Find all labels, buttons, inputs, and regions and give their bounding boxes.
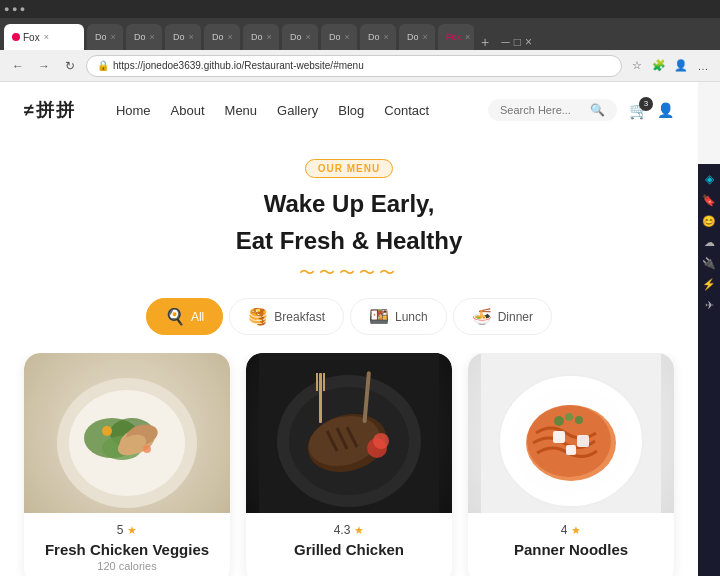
svg-point-32 xyxy=(554,416,564,426)
edge-tools-icon[interactable]: ⚡ xyxy=(700,275,718,293)
maximize-button[interactable]: □ xyxy=(514,35,521,49)
edge-cloud-icon[interactable]: ☁ xyxy=(700,233,718,251)
tab-inactive[interactable]: Do× xyxy=(87,24,123,50)
food-name-3: Panner Noodles xyxy=(482,541,660,558)
svg-point-34 xyxy=(575,416,583,424)
rating-value-1: 5 xyxy=(117,523,124,537)
nav-about[interactable]: About xyxy=(171,103,205,118)
rating-1: 5 ★ xyxy=(38,523,216,537)
tab-inactive[interactable]: Do× xyxy=(321,24,357,50)
new-tab-button[interactable]: + xyxy=(481,34,489,50)
filter-bar: 🍳 All 🥞 Breakfast 🍱 Lunch 🍜 Dinner xyxy=(0,298,698,335)
food-card-img-1 xyxy=(24,353,230,513)
svg-point-9 xyxy=(143,445,151,453)
nav-contact[interactable]: Contact xyxy=(384,103,429,118)
browser-top-bar: ● ● ● xyxy=(0,0,720,18)
back-button[interactable]: ← xyxy=(8,56,28,76)
filter-dinner-label: Dinner xyxy=(498,310,533,324)
filter-all-icon: 🍳 xyxy=(165,307,185,326)
filter-breakfast-icon: 🥞 xyxy=(248,307,268,326)
tab-inactive[interactable]: Do× xyxy=(126,24,162,50)
tab-inactive[interactable]: Do× xyxy=(243,24,279,50)
tab-inactive[interactable]: Do× xyxy=(360,24,396,50)
filter-all[interactable]: 🍳 All xyxy=(146,298,223,335)
minimize-button[interactable]: ─ xyxy=(501,35,510,49)
rating-value-2: 4.3 xyxy=(334,523,351,537)
food-image-svg-2 xyxy=(259,353,439,513)
svg-point-33 xyxy=(565,413,573,421)
svg-rect-31 xyxy=(566,445,576,455)
filter-breakfast[interactable]: 🥞 Breakfast xyxy=(229,298,344,335)
close-window-button[interactable]: × xyxy=(525,35,532,49)
website-content: ≠拼拼 Home About Menu Gallery Blog Contact… xyxy=(0,82,698,576)
filter-breakfast-label: Breakfast xyxy=(274,310,325,324)
svg-rect-30 xyxy=(577,435,589,447)
edge-travel-icon[interactable]: ✈ xyxy=(700,296,718,314)
nav-gallery[interactable]: Gallery xyxy=(277,103,318,118)
filter-lunch[interactable]: 🍱 Lunch xyxy=(350,298,447,335)
rating-value-3: 4 xyxy=(561,523,568,537)
site-logo[interactable]: ≠拼拼 xyxy=(24,98,76,122)
filter-lunch-icon: 🍱 xyxy=(369,307,389,326)
tab-inactive[interactable]: Do× xyxy=(399,24,435,50)
our-menu-badge: OUR MENU xyxy=(305,159,393,178)
star-icon[interactable]: ☆ xyxy=(628,57,646,75)
active-tab[interactable]: Fox × xyxy=(4,24,84,50)
toolbar-icons: ☆ 🧩 👤 … xyxy=(628,57,712,75)
search-input[interactable] xyxy=(500,104,590,116)
address-text: https://jonedoe3639.github.io/Restaurant… xyxy=(113,60,364,71)
star-icon-2: ★ xyxy=(354,524,364,537)
food-card-body-2: 4.3 ★ Grilled Chicken xyxy=(246,513,452,558)
extension-icon[interactable]: 🧩 xyxy=(650,57,668,75)
svg-rect-29 xyxy=(553,431,565,443)
food-card-img-3 xyxy=(468,353,674,513)
browser-tabs: Fox × Do× Do× Do× Do× Do× Do× Do× Do× Do… xyxy=(0,18,720,50)
star-icon-3: ★ xyxy=(571,524,581,537)
profile-icon[interactable]: 👤 xyxy=(672,57,690,75)
edge-sidebar: ◈ 🔖 😊 ☁ 🔌 ⚡ ✈ + xyxy=(698,164,720,576)
food-calories-1: 120 calories xyxy=(38,560,216,572)
food-card-body-1: 5 ★ Fresh Chicken Veggies 120 calories xyxy=(24,513,230,572)
filter-all-label: All xyxy=(191,310,204,324)
tab-inactive[interactable]: Fox× xyxy=(438,24,474,50)
menu-title-line2: Eat Fresh & Healthy xyxy=(0,227,698,255)
svg-rect-20 xyxy=(319,373,322,423)
edge-collections-icon[interactable]: 😊 xyxy=(700,212,718,230)
svg-rect-21 xyxy=(316,373,318,391)
food-name-2: Grilled Chicken xyxy=(260,541,438,558)
address-bar[interactable]: 🔒 https://jonedoe3639.github.io/Restaura… xyxy=(86,55,622,77)
edge-extensions-icon[interactable]: 🔌 xyxy=(700,254,718,272)
filter-dinner-icon: 🍜 xyxy=(472,307,492,326)
main-content-area: ≠拼拼 Home About Menu Gallery Blog Contact… xyxy=(0,82,720,576)
cart-badge: 3 xyxy=(639,97,653,111)
filter-dinner[interactable]: 🍜 Dinner xyxy=(453,298,552,335)
nav-blog[interactable]: Blog xyxy=(338,103,364,118)
site-navbar: ≠拼拼 Home About Menu Gallery Blog Contact… xyxy=(0,82,698,138)
tab-inactive[interactable]: Do× xyxy=(282,24,318,50)
rating-3: 4 ★ xyxy=(482,523,660,537)
refresh-button[interactable]: ↻ xyxy=(60,56,80,76)
filter-lunch-label: Lunch xyxy=(395,310,428,324)
settings-icon[interactable]: … xyxy=(694,57,712,75)
food-name-1: Fresh Chicken Veggies xyxy=(38,541,216,558)
food-card-body-3: 4 ★ Panner Noodles xyxy=(468,513,674,558)
edge-favorites-icon[interactable]: 🔖 xyxy=(700,191,718,209)
food-card-img-2 xyxy=(246,353,452,513)
browser-toolbar: ← → ↻ 🔒 https://jonedoe3639.github.io/Re… xyxy=(0,50,720,82)
tab-inactive[interactable]: Do× xyxy=(204,24,240,50)
star-icon-1: ★ xyxy=(127,524,137,537)
food-card-2: 4.3 ★ Grilled Chicken xyxy=(246,353,452,576)
search-icon[interactable]: 🔍 xyxy=(590,103,605,117)
cart-icon-wrap[interactable]: 🛒 3 xyxy=(629,101,649,120)
rating-2: 4.3 ★ xyxy=(260,523,438,537)
food-image-svg-3 xyxy=(481,353,661,513)
wave-decoration: 〜〜〜〜〜 xyxy=(0,263,698,284)
nav-menu[interactable]: Menu xyxy=(225,103,258,118)
forward-button[interactable]: → xyxy=(34,56,54,76)
menu-hero: OUR MENU Wake Up Early, Eat Fresh & Heal… xyxy=(0,138,698,335)
svg-point-19 xyxy=(373,433,389,449)
edge-copilot-icon[interactable]: ◈ xyxy=(700,170,718,188)
user-icon[interactable]: 👤 xyxy=(657,102,674,118)
tab-inactive[interactable]: Do× xyxy=(165,24,201,50)
nav-home[interactable]: Home xyxy=(116,103,151,118)
